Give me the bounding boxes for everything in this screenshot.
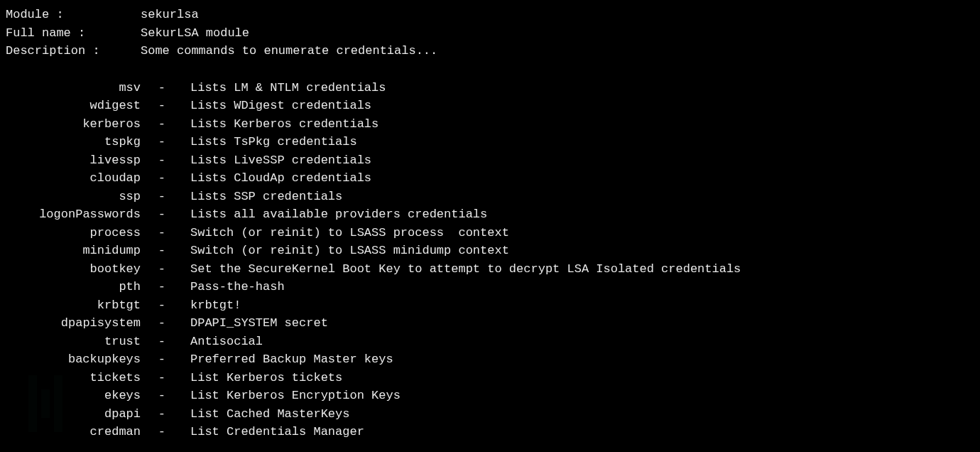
header-row-fullname: Full name : SekurLSA module [6, 24, 974, 43]
command-description: Lists CloudAp credentials [190, 169, 371, 188]
command-row: bootkey - Set the SecureKernel Boot Key … [6, 260, 974, 279]
command-separator: - [141, 242, 190, 260]
command-description: Lists Kerberos credentials [190, 115, 379, 134]
module-label: Module : [6, 6, 141, 24]
commands-list: msv - Lists LM & NTLM credentialswdigest… [6, 79, 974, 441]
command-separator: - [141, 387, 190, 405]
command-separator: - [141, 405, 190, 424]
command-row: minidump - Switch (or reinit) to LSASS m… [6, 242, 974, 260]
command-row: wdigest - Lists WDigest credentials [6, 97, 974, 115]
command-description: Lists all available providers credential… [190, 205, 487, 224]
command-row: logonPasswords - Lists all available pro… [6, 205, 974, 224]
command-row: tspkg - Lists TsPkg credentials [6, 133, 974, 151]
command-row: trust - Antisocial [6, 333, 974, 351]
command-description: krbtgt! [190, 296, 241, 315]
command-description: Lists SSP credentials [190, 188, 342, 206]
command-description: DPAPI_SYSTEM secret [190, 314, 328, 333]
command-row: ssp - Lists SSP credentials [6, 188, 974, 206]
module-value: sekurlsa [141, 6, 199, 24]
command-name: pth [6, 278, 141, 296]
command-row: krbtgt - krbtgt! [6, 296, 974, 315]
command-separator: - [141, 278, 190, 296]
command-name: dpapisystem [6, 314, 141, 333]
command-name: ssp [6, 188, 141, 206]
header-row-module: Module : sekurlsa [6, 6, 974, 24]
command-name: livessp [6, 151, 141, 170]
terminal-output: Module : sekurlsa Full name : SekurLSA m… [6, 6, 974, 441]
command-description: Pass-the-hash [190, 278, 285, 296]
command-separator: - [141, 188, 190, 206]
command-description: Lists WDigest credentials [190, 97, 371, 115]
command-name: msv [6, 79, 141, 97]
command-row: kerberos - Lists Kerberos credentials [6, 115, 974, 134]
command-separator: - [141, 97, 190, 115]
command-description: List Kerberos Encryption Keys [190, 387, 401, 405]
command-separator: - [141, 115, 190, 134]
description-value: Some commands to enumerate credentials..… [141, 42, 437, 60]
command-separator: - [141, 151, 190, 170]
command-row: cloudap - Lists CloudAp credentials [6, 169, 974, 188]
command-name: tickets [6, 369, 141, 387]
command-description: List Cached MasterKeys [190, 405, 349, 424]
command-row: dpapi - List Cached MasterKeys [6, 405, 974, 424]
command-separator: - [141, 423, 190, 441]
command-name: tspkg [6, 133, 141, 151]
command-row: process - Switch (or reinit) to LSASS pr… [6, 224, 974, 242]
command-description: Lists TsPkg credentials [190, 133, 357, 151]
command-row: msv - Lists LM & NTLM credentials [6, 79, 974, 97]
command-description: List Credentials Manager [190, 423, 364, 441]
command-description: Switch (or reinit) to LSASS minidump con… [190, 242, 509, 260]
command-row: tickets - List Kerberos tickets [6, 369, 974, 387]
command-name: kerberos [6, 115, 141, 134]
command-description: Preferred Backup Master keys [190, 350, 393, 369]
command-row: dpapisystem - DPAPI_SYSTEM secret [6, 314, 974, 333]
command-name: ekeys [6, 387, 141, 405]
command-separator: - [141, 369, 190, 387]
command-separator: - [141, 350, 190, 369]
command-row: credman - List Credentials Manager [6, 423, 974, 441]
command-name: bootkey [6, 260, 141, 279]
command-name: dpapi [6, 405, 141, 424]
command-separator: - [141, 133, 190, 151]
command-separator: - [141, 79, 190, 97]
command-row: livessp - Lists LiveSSP credentials [6, 151, 974, 170]
command-description: Set the SecureKernel Boot Key to attempt… [190, 260, 741, 279]
command-separator: - [141, 169, 190, 188]
command-name: trust [6, 333, 141, 351]
fullname-label: Full name : [6, 24, 141, 43]
command-name: backupkeys [6, 350, 141, 369]
command-name: krbtgt [6, 296, 141, 315]
command-row: backupkeys - Preferred Backup Master key… [6, 350, 974, 369]
command-name: wdigest [6, 97, 141, 115]
command-name: cloudap [6, 169, 141, 188]
description-label: Description : [6, 42, 141, 60]
command-separator: - [141, 333, 190, 351]
command-separator: - [141, 296, 190, 315]
command-separator: - [141, 224, 190, 242]
command-name: process [6, 224, 141, 242]
command-name: minidump [6, 242, 141, 260]
command-description: Lists LM & NTLM credentials [190, 79, 386, 97]
command-separator: - [141, 314, 190, 333]
command-name: logonPasswords [6, 205, 141, 224]
command-description: Antisocial [190, 333, 263, 351]
fullname-value: SekurLSA module [141, 24, 249, 43]
command-row: ekeys - List Kerberos Encryption Keys [6, 387, 974, 405]
command-separator: - [141, 205, 190, 224]
command-description: Lists LiveSSP credentials [190, 151, 371, 170]
command-description: List Kerberos tickets [190, 369, 342, 387]
command-row: pth - Pass-the-hash [6, 278, 974, 296]
command-description: Switch (or reinit) to LSASS process cont… [190, 224, 509, 242]
command-name: credman [6, 423, 141, 441]
header-row-description: Description : Some commands to enumerate… [6, 42, 974, 60]
command-separator: - [141, 260, 190, 279]
